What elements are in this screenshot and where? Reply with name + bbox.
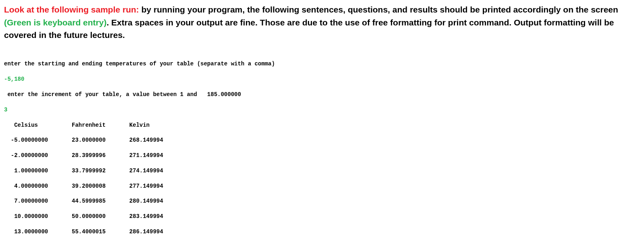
table-row: -5.00000000 23.0000000 268.149994: [4, 136, 640, 144]
table-header: Celsius Fahrenheit Kelvin: [4, 122, 640, 129]
prompt-line-2: enter the increment of your table, a val…: [4, 91, 640, 98]
user-entry-1: -5,180: [4, 75, 640, 83]
table-row: 4.00000000 39.2000008 277.149994: [4, 182, 640, 190]
table-row: 13.0000000 55.4000015 286.149994: [4, 228, 640, 236]
table-row: 10.0000000 50.0000000 283.149994: [4, 213, 640, 220]
table-row: -2.00000000 28.3999996 271.149994: [4, 152, 640, 159]
instruction-red-lead: Look at the following sample run:: [4, 5, 139, 14]
user-entry-2: 3: [4, 106, 640, 114]
instruction-paragraph: Look at the following sample run: by run…: [4, 3, 640, 42]
sample-output-block: enter the starting and ending temperatur…: [4, 53, 640, 243]
table-row: 1.00000000 33.7999992 274.149994: [4, 167, 640, 175]
table-row: 7.00000000 44.5999985 280.149994: [4, 197, 640, 205]
prompt-line-1: enter the starting and ending temperatur…: [4, 60, 640, 68]
instruction-green-label: (Green is keyboard entry): [4, 18, 106, 27]
instruction-part-1: by running your program, the following s…: [139, 5, 618, 14]
